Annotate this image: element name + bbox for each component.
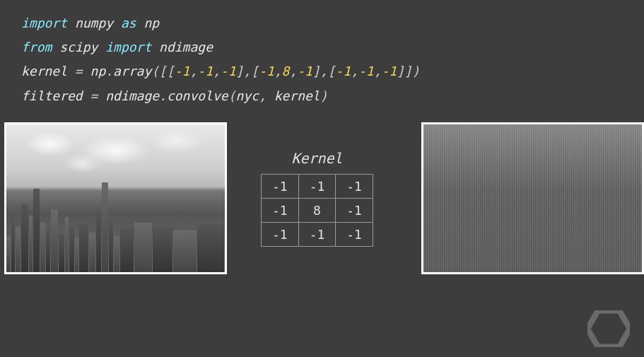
svg-marker-0 xyxy=(587,310,630,347)
c: , xyxy=(189,64,197,78)
code-block: import numpy as np from scipy import ndi… xyxy=(0,0,644,108)
c: , xyxy=(259,88,274,103)
kernel-cell: -1 xyxy=(336,174,373,198)
n: -1 xyxy=(221,64,236,78)
city-filtered-illustration xyxy=(423,124,642,272)
p: ( xyxy=(228,88,236,103)
kernel-table: -1 -1 -1 -1 8 -1 -1 -1 -1 xyxy=(261,174,373,247)
n: -1 xyxy=(175,64,190,78)
p: ) xyxy=(320,88,328,103)
paren: ([[ xyxy=(151,64,175,78)
kernel-cell: -1 xyxy=(298,222,336,246)
city-bw-illustration xyxy=(6,124,225,272)
hexagon-logo-icon xyxy=(587,310,630,347)
n: -1 xyxy=(297,64,312,78)
code-line-2: from scipy import ndimage xyxy=(21,35,644,59)
arg-nyc: nyc xyxy=(235,88,259,103)
c: ],[ xyxy=(312,64,336,78)
code-line-1: import numpy as np xyxy=(21,11,644,35)
table-row: -1 -1 -1 xyxy=(262,222,373,246)
var-kernel: kernel xyxy=(21,64,67,78)
c: , xyxy=(274,64,282,78)
n: -1 xyxy=(335,64,351,78)
fn-convolve: convolve xyxy=(167,88,228,103)
kernel-cell: -1 xyxy=(336,198,373,222)
c: ],[ xyxy=(236,64,259,78)
n: -1 xyxy=(259,64,274,78)
arg-kernel: kernel xyxy=(274,88,320,103)
dot: . xyxy=(159,88,167,103)
n: -1 xyxy=(197,64,213,78)
keyword-import2: import xyxy=(105,40,151,54)
lib-scipy: scipy xyxy=(59,40,98,54)
n: -1 xyxy=(382,64,397,78)
fn-array: array xyxy=(113,64,151,78)
kernel-cell: -1 xyxy=(262,174,299,198)
c: , xyxy=(351,64,358,78)
kernel-title: Kernel xyxy=(291,150,342,167)
var-filtered: filtered xyxy=(21,88,83,103)
kernel-block: Kernel -1 -1 -1 -1 8 -1 -1 -1 -1 xyxy=(261,150,373,247)
eq: = xyxy=(83,88,106,103)
table-row: -1 8 -1 xyxy=(262,198,373,222)
kernel-cell: 8 xyxy=(298,198,336,222)
keyword-as: as xyxy=(121,16,136,30)
c: ]]) xyxy=(397,64,420,78)
n: -1 xyxy=(358,64,374,78)
obj-ndimage: ndimage xyxy=(105,88,159,103)
code-line-3: kernel = np.array([[-1,-1,-1],[-1,8,-1],… xyxy=(21,59,644,83)
c: , xyxy=(374,64,382,78)
code-line-4: filtered = ndimage.convolve(nyc, kernel) xyxy=(21,84,644,108)
dot: . xyxy=(105,64,113,78)
eq: = xyxy=(67,64,90,78)
keyword-from: from xyxy=(21,40,52,54)
kernel-cell: -1 xyxy=(336,222,373,246)
kernel-cell: -1 xyxy=(298,174,336,198)
lib-numpy: numpy xyxy=(75,16,113,30)
content-row: Kernel -1 -1 -1 -1 8 -1 -1 -1 -1 xyxy=(0,108,644,274)
c: , xyxy=(213,64,221,78)
image-filtered xyxy=(421,122,644,274)
keyword-import: import xyxy=(21,16,67,30)
table-row: -1 -1 -1 xyxy=(262,174,373,198)
mod-ndimage: ndimage xyxy=(159,40,213,54)
kernel-cell: -1 xyxy=(262,222,299,246)
c: , xyxy=(289,64,297,78)
skyline xyxy=(6,177,225,272)
kernel-cell: -1 xyxy=(262,198,299,222)
n: 8 xyxy=(282,64,290,78)
image-original xyxy=(4,122,227,274)
obj-np: np xyxy=(90,64,106,78)
alias-np: np xyxy=(144,16,159,30)
